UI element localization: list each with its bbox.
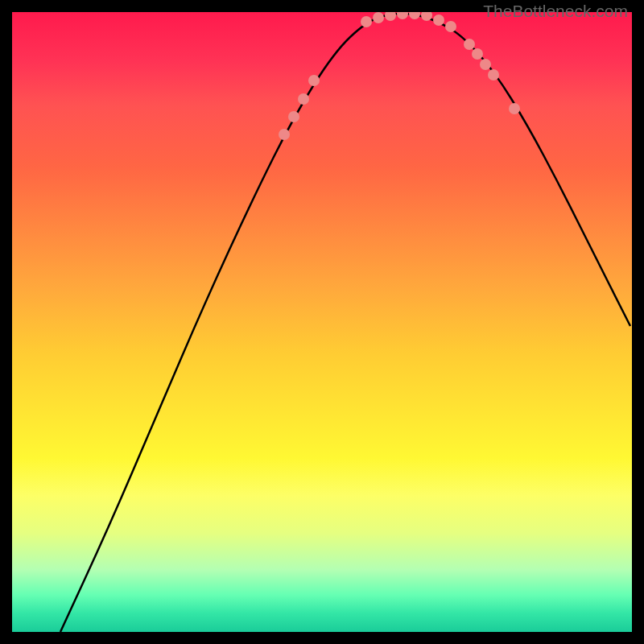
- data-marker: [445, 21, 456, 32]
- data-marker: [464, 39, 475, 50]
- data-marker: [488, 69, 499, 80]
- curve-line: [60, 14, 630, 632]
- data-marker: [373, 12, 384, 23]
- data-marker: [509, 103, 520, 114]
- data-marker: [397, 12, 408, 19]
- data-marker: [385, 12, 396, 21]
- curve-markers: [279, 12, 520, 140]
- data-marker: [361, 16, 372, 27]
- watermark-label: TheBottleneck.com: [483, 2, 628, 21]
- data-marker: [279, 129, 290, 140]
- chart-svg: [12, 12, 632, 632]
- data-marker: [480, 59, 491, 70]
- plot-area: [12, 12, 632, 632]
- data-marker: [298, 93, 309, 105]
- data-marker: [308, 75, 320, 86]
- chart-container: TheBottleneck.com: [0, 0, 644, 644]
- data-marker: [433, 14, 444, 26]
- data-marker: [288, 111, 299, 122]
- data-marker: [409, 12, 420, 19]
- data-marker: [472, 48, 483, 60]
